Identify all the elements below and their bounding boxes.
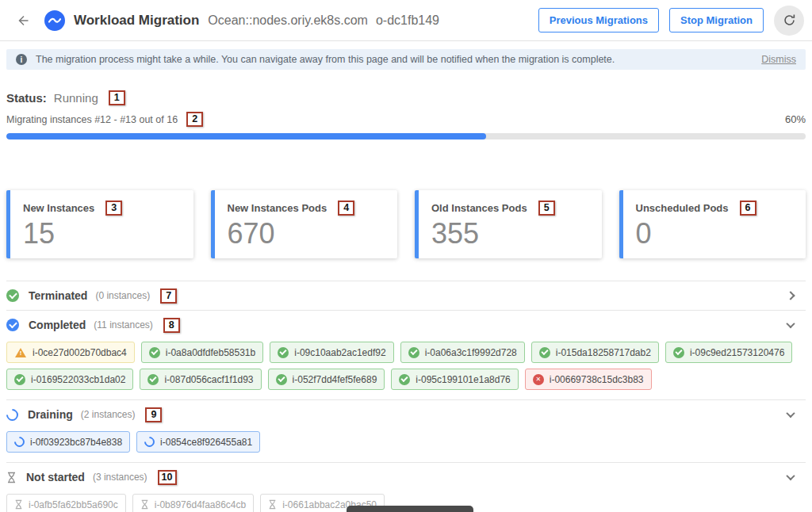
card-label: Old Instances Pods	[431, 202, 527, 214]
check-circle-green-icon	[278, 347, 289, 358]
annotation-9: 9	[145, 407, 162, 422]
error-circle-icon	[533, 374, 544, 385]
stop-migration-button[interactable]: Stop Migration	[669, 8, 764, 32]
top-bar-actions: Previous Migrations Stop Migration	[538, 6, 804, 36]
check-circle-green-icon	[149, 347, 160, 358]
annotation-2: 2	[186, 112, 203, 127]
hourglass-icon	[268, 499, 277, 510]
hourglass-icon	[140, 499, 149, 510]
annotation-6: 6	[740, 201, 756, 216]
instance-chip: i-0b8976d4faa86c4cb	[132, 494, 254, 512]
chevron-down-icon[interactable]	[785, 472, 796, 483]
summary-cards: New Instances 3 15 New Instances Pods 4 …	[6, 190, 806, 258]
instance-chip: i-015da18258717dab2	[531, 342, 659, 363]
section-draining: Draining (2 instances) 9 i-0f03923bc87b4…	[6, 399, 806, 453]
previous-migrations-button[interactable]: Previous Migrations	[538, 8, 659, 32]
annotation-8: 8	[163, 318, 180, 333]
status-row: Status: Running 1	[6, 90, 806, 105]
dismiss-link[interactable]: Dismiss	[761, 54, 796, 65]
hourglass-icon	[14, 499, 23, 510]
card-value: 0	[636, 220, 794, 248]
instance-chip: i-09c10aab2ac1edf92	[270, 342, 393, 363]
instance-chip: i-00669738c15dc3b83	[525, 369, 652, 390]
chevron-right-icon[interactable]	[785, 290, 796, 301]
instance-chip: i-0f03923bc87b4e838	[6, 431, 130, 453]
check-circle-green-icon	[539, 347, 550, 358]
section-terminated: Terminated (0 instances) 7	[6, 281, 806, 310]
annotation-1: 1	[109, 90, 125, 105]
chevron-down-icon[interactable]	[785, 319, 796, 331]
card-value: 670	[228, 220, 385, 248]
check-circle-green-icon	[14, 374, 25, 385]
section-draining-header[interactable]: Draining (2 instances) 9	[6, 400, 806, 429]
instance-chip: i-0169522033cb1da02	[6, 369, 133, 390]
completed-instances-list: i-0ce27d002b70dbac4 i-0a8a0dfdfeb58531b …	[6, 342, 806, 390]
instance-chip: i-095c199101e1a8d76	[391, 369, 518, 390]
refresh-icon	[783, 13, 796, 27]
card-value: 355	[431, 220, 589, 248]
section-count: (11 instances)	[94, 319, 152, 331]
refresh-button[interactable]	[774, 6, 804, 36]
arrow-left-icon	[16, 13, 30, 28]
back-button[interactable]	[13, 10, 33, 31]
banner-text: The migration process might take a while…	[36, 54, 615, 65]
section-count: (2 instances)	[81, 409, 136, 420]
section-count: (3 instances)	[93, 472, 147, 483]
section-title: Not started	[26, 471, 85, 483]
card-label: New Instances	[23, 202, 94, 214]
section-terminated-header[interactable]: Terminated (0 instances) 7	[6, 281, 806, 310]
annotation-5: 5	[538, 201, 555, 216]
annotation-10: 10	[158, 470, 177, 485]
instance-chip: i-0a8a0dfdfeb58531b	[141, 342, 263, 363]
section-not-started: Not started (3 instances) 10 i-0afb5fa62…	[6, 462, 806, 512]
warning-triangle-icon	[15, 348, 26, 357]
top-bar: Workload Migration Ocean::nodes.oriy.ek8…	[0, 0, 812, 41]
check-circle-green-icon	[147, 374, 159, 385]
migrating-detail-text: Migrating instances #12 - #13 out of 16	[6, 114, 178, 125]
main-content: Status: Running 1 Migrating instances #1…	[0, 90, 812, 512]
progress-detail-row: Migrating instances #12 - #13 out of 16 …	[6, 112, 806, 127]
migration-id: o-dc1fb149	[376, 13, 439, 28]
annotation-7: 7	[160, 288, 177, 304]
check-circle-green-icon	[399, 374, 410, 385]
instance-chip: i-0afb5fa62bb5a690c	[6, 494, 126, 512]
instance-sections: Terminated (0 instances) 7 Completed (11…	[6, 281, 806, 512]
instance-chip: i-087d056cacf1f1d93	[140, 369, 261, 390]
instance-chip: i-052f7dd4fef5fe689	[268, 369, 385, 390]
instance-chip: i-0a06a3c1f9992d728	[400, 342, 525, 363]
status-value: Running	[54, 91, 98, 105]
section-title: Draining	[28, 408, 73, 421]
section-title: Completed	[29, 319, 86, 331]
info-icon	[16, 54, 27, 65]
cluster-name: Ocean::nodes.oriy.ek8s.com	[208, 13, 368, 28]
page-title: Workload Migration	[74, 13, 199, 29]
progress-bar	[6, 133, 806, 139]
annotation-4: 4	[338, 201, 354, 216]
spinner-icon	[12, 434, 26, 449]
check-circle-green-icon	[276, 374, 287, 385]
section-completed: Completed (11 instances) 8 i-0ce27d002b7…	[6, 310, 806, 390]
draining-instances-list: i-0f03923bc87b4e838 i-0854ce8f926455a81	[6, 431, 806, 453]
section-count: (0 instances)	[95, 290, 150, 301]
progress-fill	[6, 133, 486, 139]
card-value: 15	[23, 220, 181, 248]
card-unscheduled-pods: Unscheduled Pods 6 0	[619, 190, 806, 258]
section-not-started-header[interactable]: Not started (3 instances) 10	[6, 463, 806, 491]
annotation-3: 3	[105, 201, 122, 216]
instance-chip: i-09c9ed21573120476	[665, 342, 792, 363]
hourglass-icon	[6, 472, 17, 483]
section-title: Terminated	[29, 289, 87, 302]
instance-chip: i-0854ce8f926455a81	[136, 431, 260, 453]
instance-chip: i-0ce27d002b70dbac4	[6, 342, 135, 363]
section-completed-header[interactable]: Completed (11 instances) 8	[6, 311, 806, 339]
card-new-instances: New Instances 3 15	[6, 190, 193, 258]
progress-percent-label: 60%	[785, 113, 806, 125]
spinner-icon	[4, 406, 21, 422]
card-label: New Instances Pods	[228, 202, 327, 214]
bottom-overlay-bar	[347, 506, 473, 512]
status-label: Status:	[6, 91, 47, 105]
ocean-logo-icon	[44, 10, 65, 31]
chevron-down-icon[interactable]	[785, 409, 796, 420]
card-label: Unscheduled Pods	[636, 202, 729, 214]
spinner-icon	[142, 434, 156, 449]
